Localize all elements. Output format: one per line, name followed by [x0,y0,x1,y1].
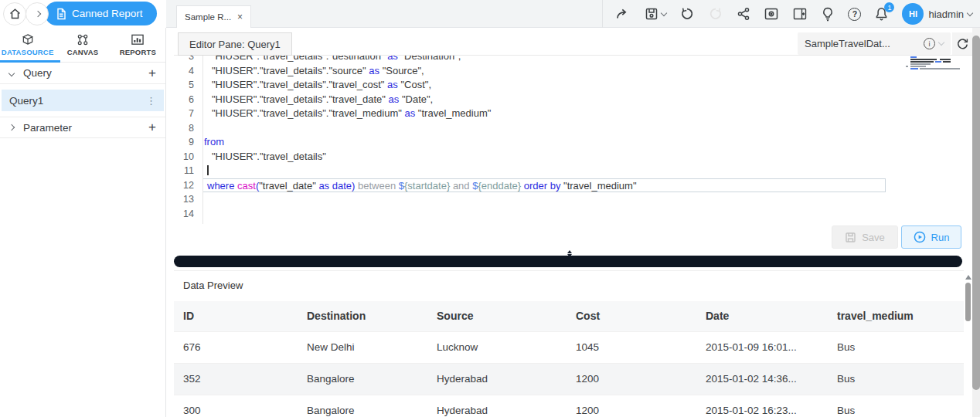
add-query-button[interactable]: + [148,66,156,81]
app-root: Canned Report Sample R... × + [0,0,980,417]
code-line[interactable]: 3"HIUSER"."travel_details"."destination"… [174,56,964,64]
code-line[interactable]: 6"HIUSER"."travel_details"."travel_date"… [174,93,964,107]
line-number: 5 [174,78,194,93]
line-number: 12 [174,178,194,193]
canned-report-pill[interactable]: Canned Report [45,2,157,25]
panel-toggle-button[interactable] [792,7,808,21]
column-header: Cost [567,301,696,331]
scroll-up-arrow-icon[interactable] [965,275,971,280]
parameter-section-header[interactable]: Parameter + [0,117,165,138]
preview-button[interactable] [764,7,779,21]
query-item-query1[interactable]: Query1 ⋮ [2,90,164,111]
column-header: travel_medium [828,301,964,331]
run-button-label: Run [931,232,950,243]
code-line[interactable]: 10"HIUSER"."travel_details" [174,150,964,164]
idea-button[interactable] [821,6,835,22]
table-cell: 352 [174,364,298,395]
table-cell: 2015-01-02 14:36... [696,364,828,395]
chevron-down-icon [967,9,973,15]
code-line[interactable]: 5"HIUSER"."travel_details"."travel_cost"… [174,78,964,93]
sidebar-tabs: DATASOURCE CANVAS REPORTS [0,28,165,63]
line-number: 10 [174,150,194,164]
refresh-button[interactable] [952,32,972,55]
info-icon[interactable]: i [924,38,935,49]
table-row: 352BangaloreHyderabad12002015-01-02 14:3… [174,363,964,395]
table-cell: 1200 [567,364,696,395]
datasource-selector[interactable]: SampleTravelDat... i [798,32,951,55]
table-cell: 2015-01-02 16:23... [696,395,828,417]
table-cell: Bangalore [298,395,427,417]
code-line[interactable]: 4"HIUSER"."travel_details"."source" as "… [174,64,964,79]
kebab-menu-icon[interactable]: ⋮ [146,95,156,107]
preview-icon [764,7,779,21]
gutter-divider [202,56,203,224]
save-dropdown-button[interactable] [644,6,666,22]
chevron-right-icon [35,11,41,17]
tab-canvas[interactable]: CANVAS [55,28,110,62]
code-line[interactable]: 12where cast("travel_date" as date) betw… [174,178,964,193]
tab-close-icon[interactable]: × [237,12,243,22]
refresh-icon [956,37,969,50]
preview-scrollbar[interactable] [965,272,972,417]
user-name: hiadmin [928,8,964,20]
table-cell: 300 [174,395,298,417]
line-text: "HIUSER"."travel_details"."travel_date" … [202,93,433,107]
preview-scrollbar-thumb[interactable] [965,283,971,321]
line-text: "HIUSER"."travel_details"."travel_cost" … [202,78,431,93]
code-line[interactable]: 11 [174,164,964,178]
text-cursor [207,165,209,175]
splitter-handle-icon[interactable] [567,250,573,256]
play-icon [914,231,926,243]
undo-button[interactable] [679,6,695,22]
floppy-icon [845,232,856,243]
table-cell: 676 [174,332,298,363]
code-line[interactable]: 7"HIUSER"."travel_details"."travel_mediu… [174,107,964,121]
line-text: where cast("travel_date" as date) betwee… [202,178,886,193]
pane-splitter[interactable] [174,256,962,267]
redo-button[interactable] [708,6,723,22]
add-parameter-button[interactable]: + [148,120,156,135]
query-section-header[interactable]: Query + [0,63,165,84]
user-menu[interactable]: HI hiadmin [902,3,972,25]
notifications-button[interactable]: 1 [874,6,889,22]
line-number: 11 [174,164,194,178]
breadcrumb-forward-button[interactable] [26,2,49,25]
table-cell: Hyderabad [427,364,567,395]
column-header: Source [427,301,567,331]
column-header: Date [696,301,828,331]
parameter-section-label: Parameter [23,122,148,134]
forward-arrow-button[interactable] [615,7,631,21]
line-text: from [202,135,224,150]
code-line[interactable]: 8 [174,121,964,136]
line-number: 7 [174,107,194,121]
code-line[interactable]: 14 [174,207,964,222]
home-button[interactable] [3,2,26,25]
top-bar: Canned Report Sample R... × + [0,0,980,28]
code-line[interactable]: 9from [174,135,964,150]
line-text: "HIUSER"."travel_details" [202,150,326,164]
save-button[interactable]: Save [832,225,898,249]
tab-datasource[interactable]: DATASOURCE [0,28,55,62]
help-button[interactable]: ? [848,8,861,21]
chevron-right-icon [9,124,15,131]
line-number: 13 [174,192,194,207]
share-button[interactable] [737,7,750,21]
document-icon [56,8,66,20]
run-button[interactable]: Run [901,225,961,249]
sql-editor[interactable]: 3"HIUSER"."travel_details"."destination"… [174,56,964,224]
column-header: Destination [298,301,427,331]
table-row: 300BangaloreHyderabad12002015-01-02 16:2… [174,395,964,417]
tab-label: Sample R... [185,12,231,22]
canvas-nodes-icon [75,33,90,46]
table-cell: 1200 [567,395,696,417]
tab-sample-report[interactable]: Sample R... × [176,5,251,28]
page-scrollbar[interactable] [972,28,980,417]
line-text: "HIUSER"."travel_details"."source" as "S… [202,64,424,79]
chevron-down-icon [9,70,15,76]
table-cell: New Delhi [298,332,427,363]
code-line[interactable]: 13 [174,192,964,207]
datasource-cube-icon [20,33,36,46]
line-number: 3 [174,56,194,64]
page-scrollbar-thumb[interactable] [972,36,980,390]
tab-reports[interactable]: REPORTS [111,28,165,62]
